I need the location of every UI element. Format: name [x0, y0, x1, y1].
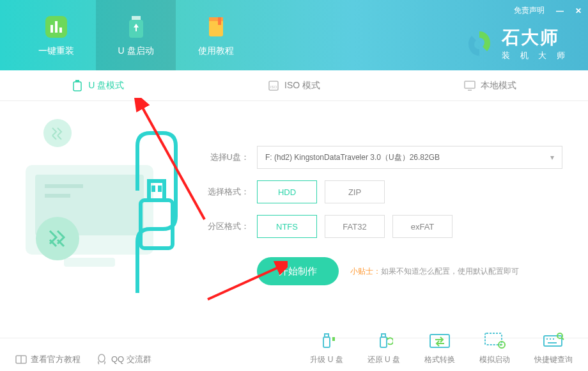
usb-select-label: 选择U盘：: [205, 152, 249, 163]
nav-label: 使用教程: [198, 45, 234, 57]
partition-label: 分区格式：: [205, 221, 249, 232]
logo-title: 石大师: [502, 26, 569, 50]
usb-drive-icon: [123, 13, 150, 40]
svg-point-21: [36, 217, 79, 260]
svg-rect-18: [45, 184, 83, 188]
nav-reinstall[interactable]: 一键重装: [16, 0, 96, 70]
qq-group-link[interactable]: QQ 交流群: [96, 354, 151, 365]
tab-label: U 盘模式: [88, 80, 124, 91]
keyboard-search-icon: [542, 331, 565, 351]
format-option-hdd[interactable]: HDD: [257, 180, 317, 203]
svg-rect-35: [430, 335, 449, 347]
official-tutorial-link[interactable]: 查看官方教程: [15, 354, 81, 365]
partition-option-exfat[interactable]: exFAT: [392, 215, 453, 238]
tab-local-mode[interactable]: 本地模式: [392, 70, 588, 100]
monitor-icon: [464, 80, 476, 91]
svg-rect-1: [50, 25, 53, 33]
svg-rect-33: [380, 337, 387, 347]
tab-label: 本地模式: [481, 80, 516, 91]
svg-text:ISO: ISO: [270, 85, 277, 89]
svg-rect-31: [323, 337, 330, 347]
tool-restore-usb[interactable]: 还原 U 盘: [368, 331, 400, 365]
header: 一键重装 U 盘启动 使用教程 免责声明 — ✕ 石大师 装 机 大 师: [0, 0, 588, 70]
tab-usb-mode[interactable]: U 盘模式: [0, 70, 196, 100]
usb-refresh-icon: [372, 331, 395, 351]
nav-label: 一键重装: [38, 45, 74, 57]
main-content: 选择U盘： F: (hd2) KingstonDataTraveler 3.0（…: [0, 101, 588, 338]
window-controls: 免责声明 — ✕: [514, 5, 582, 16]
format-label: 选择格式：: [205, 186, 249, 198]
svg-rect-10: [74, 82, 81, 91]
svg-rect-19: [45, 194, 70, 198]
usb-up-icon: [315, 331, 338, 351]
tool-upgrade-usb[interactable]: 升级 U 盘: [310, 331, 343, 365]
partition-option-ntfs[interactable]: NTFS: [257, 215, 317, 238]
main-nav: 一键重装 U 盘启动 使用教程: [0, 0, 256, 70]
minimize-button[interactable]: —: [556, 6, 564, 15]
usb-small-icon: [72, 80, 83, 91]
footer-tools: 升级 U 盘 还原 U 盘 格式转换 模拟启动 快捷键查询: [310, 331, 573, 365]
tab-iso-mode[interactable]: ISO ISO 模式: [196, 70, 392, 100]
svg-rect-4: [132, 16, 141, 20]
svg-rect-2: [55, 21, 58, 33]
nav-label: U 盘启动: [118, 45, 154, 57]
footer: 查看官方教程 QQ 交流群 升级 U 盘 还原 U 盘 格式转换 模拟启动 快捷…: [0, 338, 588, 371]
brand-logo: 石大师 装 机 大 师: [465, 26, 569, 61]
logo-icon: [465, 29, 494, 58]
nav-usb-boot[interactable]: U 盘启动: [96, 0, 176, 70]
form-area: 选择U盘： F: (hd2) KingstonDataTraveler 3.0（…: [192, 101, 588, 338]
svg-point-30: [98, 354, 105, 362]
svg-rect-25: [158, 186, 162, 192]
svg-rect-13: [465, 81, 475, 88]
tip-text: 小贴士：如果不知道怎么配置，使用默认配置即可: [350, 266, 519, 277]
svg-rect-34: [382, 334, 385, 337]
mode-tabs: U 盘模式 ISO ISO 模式 本地模式: [0, 70, 588, 101]
nav-tutorial[interactable]: 使用教程: [176, 0, 256, 70]
tip-label: 小贴士：: [350, 267, 381, 276]
tab-label: ISO 模式: [284, 80, 320, 91]
svg-rect-24: [151, 186, 155, 192]
partition-option-fat32[interactable]: FAT32: [325, 215, 385, 238]
svg-point-15: [43, 119, 72, 147]
convert-icon: [428, 331, 451, 351]
tool-simulate-boot[interactable]: 模拟启动: [479, 331, 510, 365]
monitor-play-icon: [483, 331, 506, 351]
start-button[interactable]: 开始制作: [257, 257, 339, 285]
svg-rect-38: [544, 336, 562, 346]
usb-selected-value: F: (hd2) KingstonDataTraveler 3.0（U盘）26.…: [265, 152, 440, 163]
tool-hotkey-lookup[interactable]: 快捷键查询: [534, 331, 573, 365]
book-icon: [203, 13, 229, 40]
format-option-zip[interactable]: ZIP: [325, 180, 385, 203]
svg-rect-3: [59, 28, 62, 33]
close-button[interactable]: ✕: [575, 6, 582, 15]
svg-rect-32: [325, 334, 329, 337]
iso-icon: ISO: [268, 80, 279, 91]
tool-format-convert[interactable]: 格式转换: [424, 331, 455, 365]
chevron-down-icon: ▾: [550, 153, 554, 162]
svg-rect-20: [64, 258, 115, 267]
qq-icon: [96, 354, 107, 365]
usb-select-dropdown[interactable]: F: (hd2) KingstonDataTraveler 3.0（U盘）26.…: [257, 146, 562, 169]
bar-chart-icon: [43, 13, 70, 40]
illustration: [0, 101, 192, 338]
logo-subtitle: 装 机 大 师: [502, 50, 569, 61]
disclaimer-link[interactable]: 免责声明: [514, 5, 545, 16]
svg-rect-8: [218, 17, 221, 25]
book-open-icon: [15, 354, 27, 365]
